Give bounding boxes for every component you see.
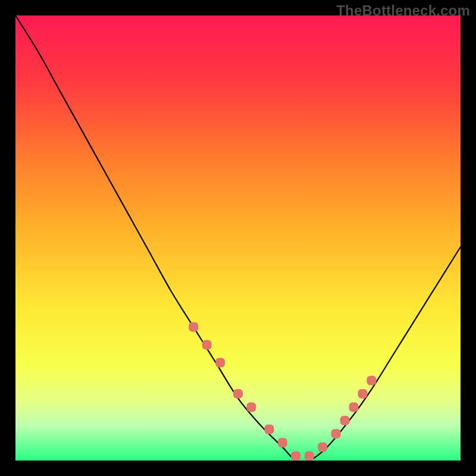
- marker-point: [233, 389, 243, 399]
- marker-point: [358, 389, 367, 399]
- marker-point: [189, 322, 198, 332]
- brand-watermark: TheBottleneck.com: [336, 2, 470, 19]
- marker-point: [305, 452, 314, 461]
- marker-point: [202, 340, 212, 350]
- marker-point: [278, 438, 287, 447]
- marker-point: [215, 358, 225, 367]
- marker-point: [291, 452, 300, 461]
- marker-point: [318, 443, 327, 452]
- bottleneck-plot: [15, 15, 461, 461]
- marker-point: [349, 402, 359, 412]
- marker-point: [246, 402, 256, 412]
- marker-point: [264, 425, 274, 434]
- marker-point: [367, 375, 376, 385]
- marker-group: [189, 322, 376, 461]
- marker-point: [331, 429, 341, 439]
- marker-point: [340, 416, 350, 425]
- chart-frame: [15, 15, 461, 461]
